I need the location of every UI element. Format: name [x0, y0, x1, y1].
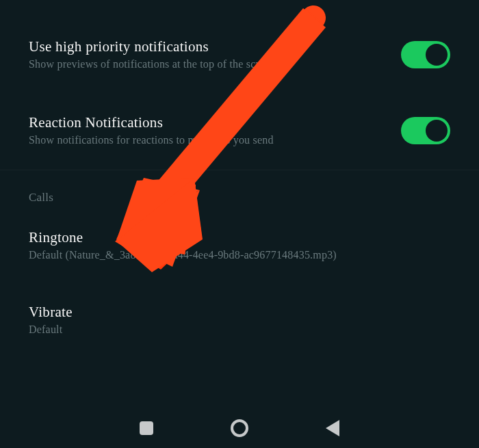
setting-high-priority[interactable]: Use high priority notifications Show pre…	[0, 25, 479, 88]
setting-title: Vibrate	[29, 304, 450, 321]
setting-subtitle: Show previews of notifications at the to…	[29, 58, 401, 70]
setting-title: Use high priority notifications	[29, 38, 401, 55]
setting-ringtone[interactable]: Ringtone Default (Nature_&_3a845372-aa44…	[0, 217, 479, 276]
setting-text: Use high priority notifications Show pre…	[29, 38, 401, 70]
toggle-knob	[426, 120, 448, 142]
nav-back-icon[interactable]	[324, 419, 341, 437]
toggle-knob	[426, 44, 448, 66]
setting-subtitle: Default	[29, 324, 450, 336]
setting-text: Reaction Notifications Show notification…	[29, 114, 401, 146]
toggle-reaction-notifications[interactable]	[401, 117, 450, 144]
setting-vibrate[interactable]: Vibrate Default	[0, 291, 479, 351]
nav-home-icon[interactable]	[231, 419, 248, 437]
nav-recent-icon[interactable]	[138, 419, 155, 437]
setting-subtitle: Default (Nature_&_3a845372-aa44-4ee4-9bd…	[29, 249, 450, 261]
toggle-high-priority[interactable]	[401, 41, 450, 68]
setting-reaction-notifications[interactable]: Reaction Notifications Show notification…	[0, 101, 479, 164]
section-header-calls: Calls	[0, 170, 479, 217]
setting-title: Ringtone	[29, 229, 450, 246]
setting-subtitle: Show notifications for reactions to mess…	[29, 134, 401, 146]
setting-title: Reaction Notifications	[29, 114, 401, 131]
settings-list: Use high priority notifications Show pre…	[0, 0, 479, 351]
navigation-bar	[0, 408, 479, 448]
